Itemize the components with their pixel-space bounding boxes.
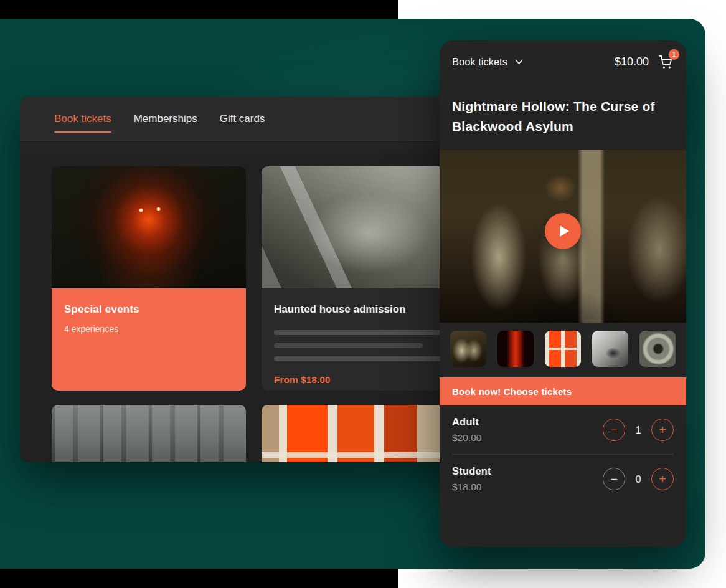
dropdown-label: Book tickets (452, 56, 507, 68)
book-now-banner[interactable]: Book now! Choose tickets (440, 377, 686, 405)
student-quantity-stepper: − 0 + (603, 468, 674, 490)
ticket-info: Student $18.00 (452, 465, 491, 493)
cart-count-badge: 1 (669, 49, 679, 60)
book-tickets-dropdown[interactable]: Book tickets (452, 56, 523, 68)
thumbnail-zombies-hallway[interactable] (450, 331, 486, 367)
thumbnail-red-windows[interactable] (545, 331, 581, 367)
skeleton-line (274, 343, 423, 348)
thumbnail-red-doorway[interactable] (497, 331, 534, 367)
adult-quantity-stepper: − 1 + (603, 419, 674, 441)
haunted-house-card[interactable]: Haunted house admission From $18.00 (262, 166, 456, 391)
chevron-down-icon (515, 59, 523, 65)
ticket-row-student: Student $18.00 − 0 + (440, 455, 686, 503)
orange-window-card[interactable] (262, 405, 456, 462)
special-events-card[interactable]: Special events 4 experiences (52, 166, 246, 391)
staircase-image (262, 166, 456, 288)
banner-label: Book now! Choose tickets (452, 386, 572, 397)
skeleton-line (274, 356, 443, 361)
ticket-name: Adult (452, 416, 481, 428)
ticket-info: Adult $20.00 (452, 416, 481, 443)
special-events-card-body: Special events 4 experiences (52, 288, 246, 391)
student-decrease-button[interactable]: − (603, 468, 625, 490)
ticket-price: $20.00 (452, 432, 481, 443)
skeleton-line (274, 330, 443, 335)
minus-icon: − (610, 473, 618, 485)
event-title: Nightmare Hollow: The Curse of Blackwood… (440, 83, 686, 150)
thumbnail-strip (440, 323, 686, 377)
cart-button[interactable]: 1 (658, 54, 674, 70)
marketing-canvas: Book tickets Memberships Gift cards Spec… (0, 0, 726, 588)
haunted-house-card-body: Haunted house admission From $18.00 (262, 288, 456, 391)
thumbnail-spiral-staircase[interactable] (639, 331, 676, 367)
event-video-preview (440, 150, 686, 323)
ticket-name: Student (452, 465, 491, 477)
adult-quantity-value: 1 (634, 424, 643, 436)
card-price: From $18.00 (274, 374, 443, 386)
mobile-header: Book tickets $10.00 1 (440, 40, 686, 83)
mobile-booking-panel: Book tickets $10.00 1 Nightmare Hollow: … (440, 40, 686, 547)
card-title: Special events (64, 303, 233, 316)
tab-gift-cards[interactable]: Gift cards (220, 109, 265, 129)
plus-icon: + (659, 424, 666, 436)
cart-summary: $10.00 1 (615, 54, 674, 70)
plus-icon: + (659, 473, 666, 485)
play-icon (560, 225, 569, 237)
play-button[interactable] (545, 213, 581, 249)
adult-increase-button[interactable]: + (651, 419, 674, 441)
pumpkin-figure-image (52, 166, 246, 288)
minus-icon: − (610, 424, 618, 436)
adult-decrease-button[interactable]: − (603, 419, 625, 441)
forest-card[interactable] (52, 405, 246, 462)
student-quantity-value: 0 (634, 473, 643, 485)
thumbnail-grayscale-room[interactable] (592, 331, 628, 367)
card-subtitle: 4 experiences (64, 324, 233, 334)
tab-memberships[interactable]: Memberships (134, 109, 197, 129)
cart-total: $10.00 (615, 55, 649, 69)
tab-book-tickets[interactable]: Book tickets (54, 109, 111, 129)
card-title: Haunted house admission (274, 303, 443, 316)
ticket-price: $18.00 (452, 481, 491, 493)
student-increase-button[interactable]: + (651, 468, 674, 490)
ticket-row-adult: Adult $20.00 − 1 + (440, 405, 686, 454)
